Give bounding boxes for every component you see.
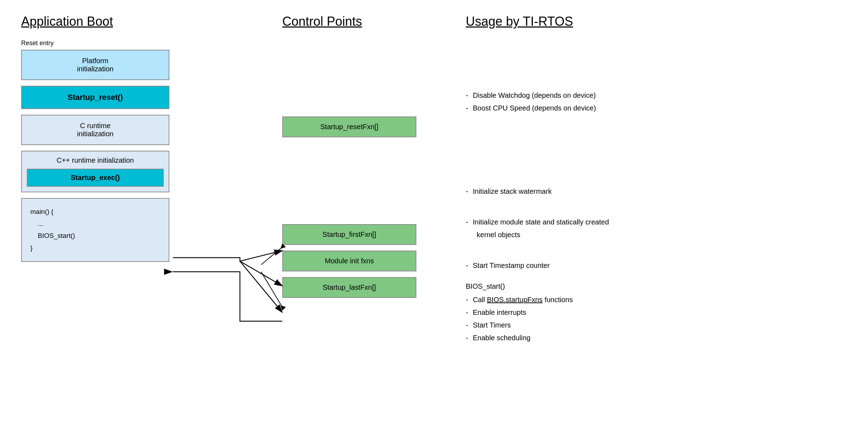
bios-startupFxns-link: BIOS.startupFxns — [487, 296, 543, 304]
usage-column: Usage by TI-RTOS Disable Watchdog (depen… — [430, 14, 847, 424]
usage-item-watchdog: Disable Watchdog (depends on device) — [466, 89, 847, 102]
usage-group-1: Disable Watchdog (depends on device) Boo… — [466, 89, 847, 114]
usage-item-biosfxns: Call BIOS.startupFxns functions — [466, 293, 847, 306]
startup-reset-box: Startup_reset() — [21, 86, 169, 109]
usage-group-2: Initialize stack watermark Initialize mo… — [466, 185, 847, 272]
platform-init-box: Platforminitialization — [21, 50, 169, 80]
usage-title: Usage by TI-RTOS — [466, 14, 847, 29]
usage-item-timestamp: Start Timestamp counter — [466, 259, 847, 272]
control-points-title: Control Points — [282, 14, 430, 29]
control-points-column: Control Points Startup_resetFxn[] Startu… — [261, 14, 430, 424]
svg-marker-3 — [281, 305, 286, 311]
usage-item-stack: Initialize stack watermark — [466, 185, 847, 198]
app-boot-column: Application Boot Reset entry Platformini… — [21, 14, 261, 424]
module-init-box: Module init fxns — [282, 251, 416, 271]
usage-group-3: BIOS_start() Call BIOS.startupFxns funct… — [466, 282, 847, 344]
usage-list-5: Call BIOS.startupFxns functions Enable i… — [466, 293, 847, 344]
usage-item-interrupts: Enable interrupts — [466, 306, 847, 319]
bios-start-title: BIOS_start() — [466, 282, 847, 290]
usage-item-scheduling: Enable scheduling — [466, 331, 847, 344]
reset-entry-label: Reset entry — [21, 40, 54, 47]
main-box: main() { ... BIOS_start()} — [21, 198, 169, 262]
app-boot-title: Application Boot — [21, 14, 254, 29]
usage-list-3: Initialize module state and statically c… — [466, 216, 847, 241]
usage-item-module: Initialize module state and statically c… — [466, 216, 847, 241]
startup-lastFxn-box: Startup_lastFxn[] — [282, 277, 416, 298]
c-runtime-box: C runtimeinitialization — [21, 115, 169, 145]
cp-sequence: Startup_resetFxn[] Startup_firstFxn[] Mo… — [282, 40, 430, 304]
svg-line-0 — [261, 247, 282, 265]
usage-list-1: Disable Watchdog (depends on device) Boo… — [466, 89, 847, 114]
usage-list-4: Start Timestamp counter — [466, 259, 847, 272]
boot-sequence: Reset entry Platforminitialization Start… — [21, 40, 254, 268]
main-code-text: main() { ... BIOS_start()} — [30, 208, 75, 252]
cpp-block: C++ runtime initialization Startup_exec(… — [21, 151, 169, 192]
startup-exec-box: Startup_exec() — [27, 169, 164, 187]
usage-item-timers: Start Timers — [466, 319, 847, 331]
usage-list-2: Initialize stack watermark — [466, 185, 847, 198]
startup-resetFxn-box: Startup_resetFxn[] — [282, 116, 416, 137]
usage-section: Disable Watchdog (depends on device) Boo… — [466, 89, 847, 344]
startup-firstFxn-box: Startup_firstFxn[] — [282, 224, 416, 245]
usage-item-cpu: Boost CPU Speed (depends on device) — [466, 102, 847, 114]
svg-line-2 — [261, 272, 282, 307]
cpp-title: C++ runtime initialization — [27, 156, 164, 164]
